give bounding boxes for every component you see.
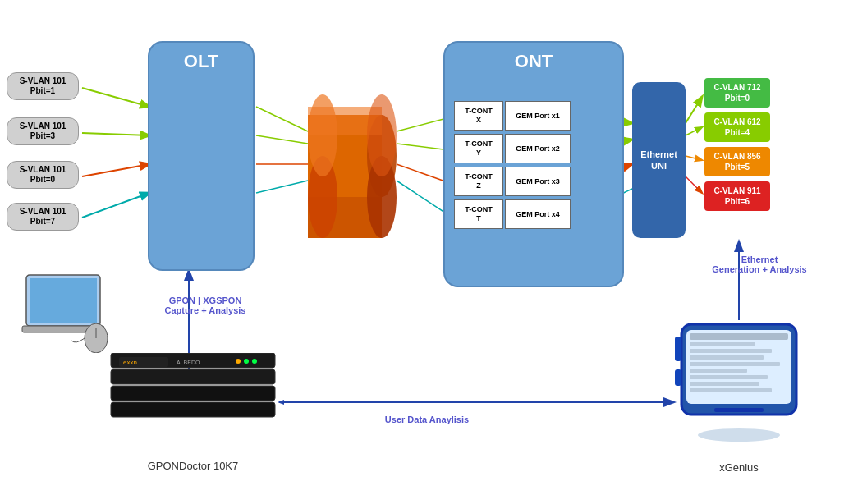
svg-rect-1 xyxy=(308,156,382,238)
cvlan-box-4: C-VLAN 911Pbit=6 xyxy=(704,181,770,211)
gem-port-3-label: GEM Port x3 xyxy=(516,177,560,186)
svg-line-17 xyxy=(397,117,450,131)
gem-port-1-label: GEM Port x1 xyxy=(516,112,560,121)
svg-line-26 xyxy=(686,127,702,135)
svlan4-line1: S-VLAN 101 xyxy=(20,207,67,217)
svg-line-11 xyxy=(82,164,149,176)
svlan2-line2: Pbit=3 xyxy=(20,131,67,141)
svlan-box-2: S-VLAN 101Pbit=3 xyxy=(7,117,79,145)
svg-rect-41 xyxy=(111,402,275,417)
svg-line-20 xyxy=(397,181,450,216)
svg-point-45 xyxy=(252,359,257,364)
cvlan-box-1: C-VLAN 712Pbit=0 xyxy=(704,78,770,108)
olt-label: OLT xyxy=(184,51,218,72)
olt-box: OLT xyxy=(148,41,255,271)
gem-port-1-box: GEM Port x1 xyxy=(505,101,571,131)
ethernet-uni-box: EthernetUNI xyxy=(632,82,686,238)
svg-rect-51 xyxy=(690,342,755,346)
svlan3-line1: S-VLAN 101 xyxy=(20,165,67,175)
ont-box: ONT xyxy=(443,41,624,287)
cvlan4-line1: C-VLAN 911 xyxy=(713,186,760,196)
cvlan-box-3: C-VLAN 856Pbit=5 xyxy=(704,147,770,176)
svlan1-line2: Pbit=1 xyxy=(20,86,67,96)
user-data-label: User Data Anaylisis xyxy=(353,415,501,424)
tcont-x-box: T-CONTX xyxy=(454,101,503,131)
svlan-box-3: S-VLAN 101Pbit=0 xyxy=(7,161,79,189)
svg-point-6 xyxy=(308,94,337,176)
tcont-z-label: T-CONTZ xyxy=(465,172,493,190)
svg-line-25 xyxy=(686,97,702,123)
svg-text:xGenius: xGenius xyxy=(714,416,744,424)
svg-point-8 xyxy=(367,94,397,176)
tcont-y-box: T-CONTY xyxy=(454,134,503,163)
svg-rect-50 xyxy=(690,333,788,340)
svg-rect-7 xyxy=(308,107,382,135)
diagram-container: OLT ONT EthernetUNI S-VLAN 101Pbit=1 S-V… xyxy=(0,0,867,504)
cvlan2-line1: C-VLAN 612 xyxy=(713,117,760,127)
svg-rect-53 xyxy=(690,355,764,360)
svg-line-19 xyxy=(397,164,450,183)
tcont-t-box: T-CONTT xyxy=(454,199,503,229)
cvlan3-line2: Pbit=5 xyxy=(713,162,760,172)
svlan-box-1: S-VLAN 101Pbit=1 xyxy=(7,72,79,100)
cvlan2-line2: Pbit=4 xyxy=(713,127,760,138)
svlan-box-4: S-VLAN 101Pbit=7 xyxy=(7,203,79,231)
svg-point-63 xyxy=(698,428,780,442)
svg-text:ALBEDO: ALBEDO xyxy=(177,360,200,365)
cvlan1-line2: Pbit=0 xyxy=(713,93,760,103)
svg-point-5 xyxy=(308,156,337,238)
svg-line-16 xyxy=(256,181,308,193)
svg-line-14 xyxy=(256,135,308,144)
svg-point-4 xyxy=(367,156,397,238)
svg-rect-59 xyxy=(714,408,764,412)
svg-rect-2 xyxy=(308,115,382,197)
svg-line-18 xyxy=(397,144,450,150)
cvlan-box-2: C-VLAN 612Pbit=4 xyxy=(704,112,770,142)
tcont-x-label: T-CONTX xyxy=(465,107,493,125)
svg-rect-58 xyxy=(690,388,772,392)
svg-rect-61 xyxy=(675,369,681,386)
ont-label: ONT xyxy=(515,51,553,72)
gem-port-2-box: GEM Port x2 xyxy=(505,134,571,163)
svg-line-13 xyxy=(256,107,308,131)
svg-rect-34 xyxy=(30,278,97,323)
svg-rect-52 xyxy=(690,349,772,353)
svg-rect-56 xyxy=(690,375,768,379)
svg-rect-60 xyxy=(675,337,681,361)
svg-line-12 xyxy=(82,193,149,218)
tcont-t-label: T-CONTT xyxy=(465,205,493,223)
tcont-y-label: T-CONTY xyxy=(465,140,493,158)
svg-point-47 xyxy=(236,359,241,364)
svg-text:exxn: exxn xyxy=(123,359,137,366)
ethernet-uni-label: EthernetUNI xyxy=(640,149,677,172)
svg-rect-54 xyxy=(690,362,780,366)
gpon-capture-label: GPON | XGSPON Capture + Analysis xyxy=(152,296,259,315)
ethernet-gen-label: EthernetGeneration + Analysis xyxy=(698,254,821,274)
gem-port-3-box: GEM Port x3 xyxy=(505,167,571,196)
svlan4-line2: Pbit=7 xyxy=(20,217,67,227)
svg-point-0 xyxy=(308,115,337,197)
svg-rect-57 xyxy=(690,382,759,386)
svlan2-line1: S-VLAN 101 xyxy=(20,121,67,131)
svg-line-28 xyxy=(686,176,702,193)
svg-line-9 xyxy=(82,88,149,107)
gem-port-2-label: GEM Port x2 xyxy=(516,144,560,153)
svg-rect-39 xyxy=(111,369,275,384)
svg-line-27 xyxy=(686,156,702,160)
gem-port-4-label: GEM Port x4 xyxy=(516,210,560,219)
cvlan1-line1: C-VLAN 712 xyxy=(713,82,760,93)
laptop-icon xyxy=(18,271,117,353)
svg-line-10 xyxy=(82,133,149,135)
cvlan3-line1: C-VLAN 856 xyxy=(713,151,760,162)
tcont-z-box: T-CONTZ xyxy=(454,167,503,196)
svlan1-line1: S-VLAN 101 xyxy=(20,76,67,86)
gpon-doctor-label: GPONDoctor 10K7 xyxy=(127,460,259,472)
gpon-doctor-icon: exxn ALBEDO xyxy=(107,353,287,427)
xgenius-label: xGenius xyxy=(690,461,788,474)
svlan3-line2: Pbit=0 xyxy=(20,175,67,185)
cvlan4-line2: Pbit=6 xyxy=(713,196,760,207)
xgenius-icon: xGenius xyxy=(673,320,813,451)
svg-point-46 xyxy=(244,359,249,364)
svg-rect-55 xyxy=(690,369,747,373)
svg-point-3 xyxy=(367,115,397,197)
